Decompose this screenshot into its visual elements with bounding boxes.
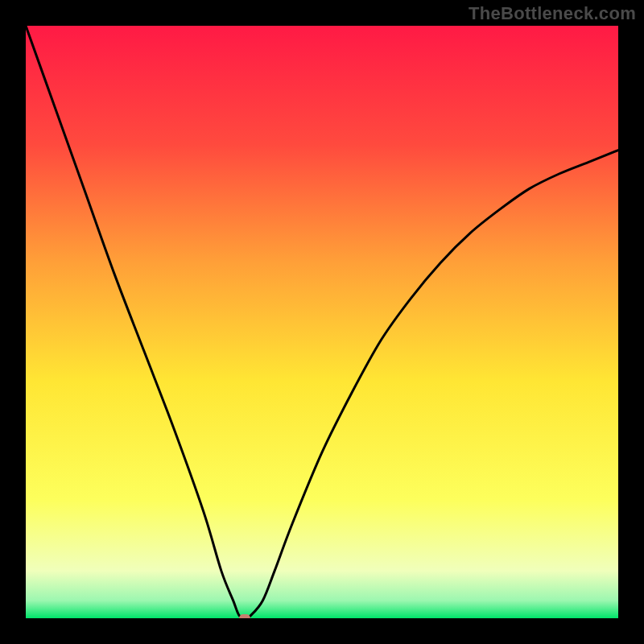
plot-area — [26, 26, 618, 618]
watermark-text: TheBottleneck.com — [469, 3, 636, 24]
optimal-point-marker — [239, 614, 250, 618]
chart-container: TheBottleneck.com — [0, 0, 644, 644]
bottleneck-curve — [26, 26, 618, 618]
curve-layer — [26, 26, 618, 618]
